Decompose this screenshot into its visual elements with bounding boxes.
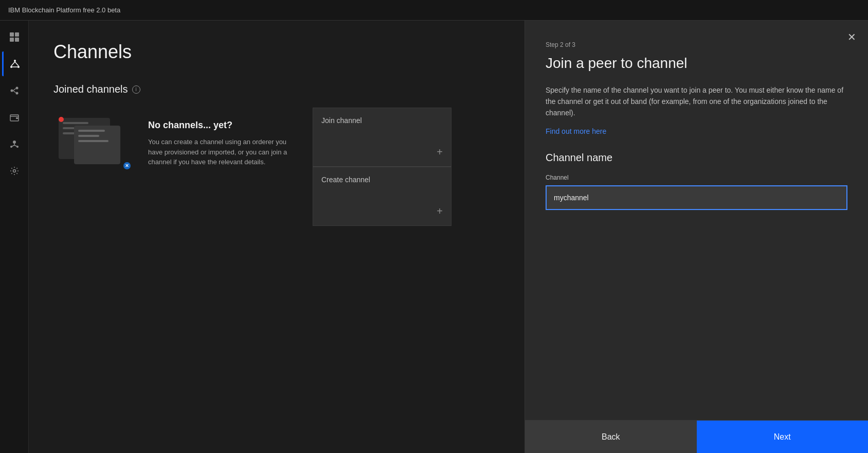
svg-point-10 (10, 90, 13, 92)
illus-dot-blue: ✕ (123, 162, 131, 169)
empty-state: ✕ No channels... yet? You can create a c… (53, 108, 292, 180)
create-channel-label: Create channel (321, 176, 443, 184)
svg-point-11 (15, 87, 18, 90)
illus-card-front (74, 126, 120, 164)
channel-field-group: Channel (546, 174, 847, 210)
section-title: Joined channels (53, 83, 128, 95)
svg-rect-1 (15, 32, 19, 37)
channels-area: ✕ No channels... yet? You can create a c… (53, 108, 500, 226)
svg-point-12 (15, 92, 18, 95)
sidebar-item-nodes[interactable] (2, 78, 27, 103)
channel-name-input[interactable] (546, 185, 847, 210)
illus-dot-red (59, 117, 64, 122)
panel-footer: Back Next (525, 420, 868, 453)
svg-line-13 (13, 89, 15, 91)
panel-content: ✕ Step 2 of 3 Join a peer to channel Spe… (525, 21, 868, 420)
step-label: Step 2 of 3 (546, 41, 847, 48)
empty-illustration: ✕ (53, 108, 136, 180)
topbar: IBM Blockchain Platform free 2.0 beta (0, 0, 868, 21)
svg-rect-2 (10, 38, 14, 42)
svg-rect-3 (15, 38, 19, 42)
empty-description: You can create a channel using an ordere… (148, 137, 292, 167)
channel-cards: Join channel + Create channel + (313, 108, 451, 226)
svg-line-14 (13, 91, 15, 93)
next-button[interactable]: Next (697, 421, 869, 453)
main-layout: Channels Joined channels i (0, 21, 868, 453)
empty-title: No channels... yet? (148, 120, 292, 131)
section-header: Joined channels i (53, 83, 500, 95)
panel-description: Specify the name of the channel you want… (546, 84, 847, 119)
sidebar (0, 21, 29, 453)
svg-line-8 (15, 62, 19, 66)
svg-rect-0 (10, 32, 14, 37)
svg-rect-16 (16, 117, 18, 119)
back-button[interactable]: Back (525, 421, 697, 453)
field-section-title: Channel name (546, 152, 847, 164)
close-button[interactable]: ✕ (843, 29, 860, 45)
panel-title: Join a peer to channel (546, 55, 847, 72)
page-title: Channels (53, 41, 500, 63)
join-channel-plus-icon: + (437, 146, 443, 158)
sidebar-item-grid[interactable] (2, 25, 27, 49)
svg-point-20 (13, 170, 15, 172)
find-out-more-link[interactable]: Find out more here (546, 127, 847, 135)
svg-point-4 (14, 60, 16, 62)
sidebar-item-settings[interactable] (2, 159, 27, 183)
empty-text-area: No channels... yet? You can create a cha… (148, 120, 292, 167)
sidebar-item-network[interactable] (2, 51, 27, 76)
topbar-title: IBM Blockchain Platform free 2.0 beta (8, 6, 120, 14)
right-panel: ✕ Step 2 of 3 Join a peer to channel Spe… (525, 21, 868, 453)
create-channel-plus-icon: + (437, 205, 443, 217)
sidebar-item-organizations[interactable] (2, 132, 27, 156)
svg-point-17 (13, 141, 16, 144)
channel-field-label: Channel (546, 174, 847, 181)
sidebar-item-wallet[interactable] (2, 105, 27, 130)
svg-line-7 (11, 62, 15, 66)
create-channel-card[interactable]: Create channel + (313, 167, 451, 226)
join-channel-card[interactable]: Join channel + (313, 108, 451, 167)
info-icon[interactable]: i (132, 85, 140, 94)
content-area: Channels Joined channels i (29, 21, 525, 453)
join-channel-label: Join channel (321, 116, 443, 125)
